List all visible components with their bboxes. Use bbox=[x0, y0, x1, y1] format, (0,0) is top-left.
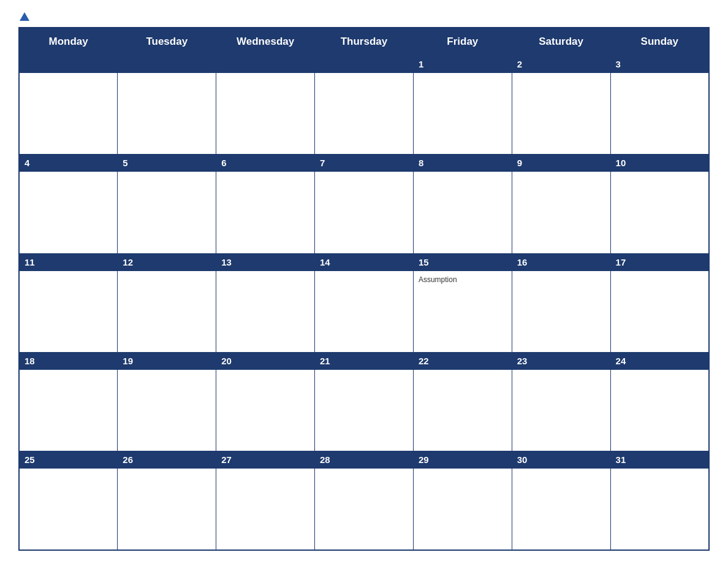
calendar-cell: 1 bbox=[413, 56, 512, 155]
calendar-cell bbox=[315, 56, 414, 155]
day-number: 8 bbox=[414, 155, 512, 172]
day-number: 9 bbox=[512, 155, 610, 172]
day-number: 20 bbox=[216, 353, 314, 370]
page-header bbox=[18, 12, 710, 21]
day-number: 31 bbox=[611, 451, 708, 469]
day-number: 19 bbox=[118, 353, 216, 370]
calendar-cell: 2 bbox=[512, 56, 610, 155]
calendar-cell bbox=[19, 56, 118, 155]
day-number: 29 bbox=[414, 451, 512, 469]
calendar-table: MondayTuesdayWednesdayThursdayFridaySatu… bbox=[18, 27, 710, 551]
day-number bbox=[216, 56, 314, 73]
calendar-cell: 22 bbox=[413, 352, 512, 451]
day-content bbox=[20, 469, 117, 475]
calendar-week-1: 123 bbox=[19, 56, 709, 155]
weekday-header-row: MondayTuesdayWednesdayThursdayFridaySatu… bbox=[19, 28, 709, 56]
weekday-header-thursday: Thursday bbox=[315, 28, 414, 56]
day-content bbox=[20, 271, 117, 277]
calendar-cell: 21 bbox=[315, 352, 414, 451]
day-number: 30 bbox=[512, 451, 610, 469]
day-content bbox=[611, 271, 708, 277]
calendar-cell: 4 bbox=[19, 155, 118, 253]
calendar-cell: 9 bbox=[512, 155, 610, 253]
day-number: 25 bbox=[20, 451, 117, 469]
day-content bbox=[414, 172, 512, 178]
calendar-cell: 19 bbox=[118, 352, 216, 451]
calendar-cell: 11 bbox=[19, 253, 118, 352]
calendar-cell: 24 bbox=[610, 352, 709, 451]
day-number: 7 bbox=[315, 155, 413, 172]
calendar-week-2: 45678910 bbox=[19, 155, 709, 253]
weekday-header-monday: Monday bbox=[19, 28, 118, 56]
day-number: 5 bbox=[118, 155, 216, 172]
calendar-cell: 28 bbox=[315, 451, 414, 550]
calendar-cell: 5 bbox=[118, 155, 216, 253]
day-content bbox=[315, 271, 413, 277]
day-content bbox=[216, 469, 314, 475]
weekday-header-wednesday: Wednesday bbox=[216, 28, 315, 56]
calendar-cell: 7 bbox=[315, 155, 414, 253]
day-content bbox=[118, 73, 216, 79]
day-content bbox=[611, 172, 708, 178]
calendar-cell: 16 bbox=[512, 253, 610, 352]
day-content bbox=[216, 271, 314, 277]
day-content bbox=[512, 172, 610, 178]
day-number: 1 bbox=[414, 56, 512, 73]
day-content bbox=[512, 73, 610, 79]
calendar-week-4: 18192021222324 bbox=[19, 352, 709, 451]
day-number: 26 bbox=[118, 451, 216, 469]
day-number: 10 bbox=[611, 155, 708, 172]
day-content bbox=[611, 370, 708, 376]
calendar-cell: 25 bbox=[19, 451, 118, 550]
day-number: 21 bbox=[315, 353, 413, 370]
day-number: 4 bbox=[20, 155, 117, 172]
day-content bbox=[414, 469, 512, 475]
day-number bbox=[20, 56, 117, 73]
day-number bbox=[118, 56, 216, 73]
day-content bbox=[20, 172, 117, 178]
day-number: 28 bbox=[315, 451, 413, 469]
day-content bbox=[414, 73, 512, 79]
day-content bbox=[216, 172, 314, 178]
calendar-cell: 14 bbox=[315, 253, 414, 352]
calendar-cell bbox=[216, 56, 315, 155]
day-content bbox=[118, 370, 216, 376]
day-number: 27 bbox=[216, 451, 314, 469]
day-number bbox=[315, 56, 413, 73]
calendar-cell: 26 bbox=[118, 451, 216, 550]
day-number: 11 bbox=[20, 254, 117, 271]
day-number: 22 bbox=[414, 353, 512, 370]
calendar-cell: 29 bbox=[413, 451, 512, 550]
day-content bbox=[20, 370, 117, 376]
day-content bbox=[512, 370, 610, 376]
calendar-cell: 6 bbox=[216, 155, 315, 253]
day-number: 14 bbox=[315, 254, 413, 271]
weekday-header-tuesday: Tuesday bbox=[118, 28, 216, 56]
day-content bbox=[512, 271, 610, 277]
day-number: 18 bbox=[20, 353, 117, 370]
day-content bbox=[315, 73, 413, 79]
calendar-cell: 31 bbox=[610, 451, 709, 550]
day-content bbox=[20, 73, 117, 79]
day-number: 12 bbox=[118, 254, 216, 271]
day-content bbox=[611, 469, 708, 475]
day-content bbox=[216, 370, 314, 376]
day-content: Assumption bbox=[414, 271, 512, 287]
calendar-cell: 15Assumption bbox=[413, 253, 512, 352]
day-content bbox=[414, 370, 512, 376]
calendar-cell: 18 bbox=[19, 352, 118, 451]
weekday-header-friday: Friday bbox=[413, 28, 512, 56]
calendar-cell: 20 bbox=[216, 352, 315, 451]
day-number: 2 bbox=[512, 56, 610, 73]
calendar-cell: 13 bbox=[216, 253, 315, 352]
calendar-cell: 23 bbox=[512, 352, 610, 451]
calendar-week-3: 1112131415Assumption1617 bbox=[19, 253, 709, 352]
weekday-header-saturday: Saturday bbox=[512, 28, 610, 56]
logo bbox=[18, 12, 29, 21]
day-number: 6 bbox=[216, 155, 314, 172]
day-content bbox=[118, 469, 216, 475]
day-number: 15 bbox=[414, 254, 512, 271]
day-number: 23 bbox=[512, 353, 610, 370]
holiday-label: Assumption bbox=[419, 275, 507, 284]
calendar-cell: 27 bbox=[216, 451, 315, 550]
